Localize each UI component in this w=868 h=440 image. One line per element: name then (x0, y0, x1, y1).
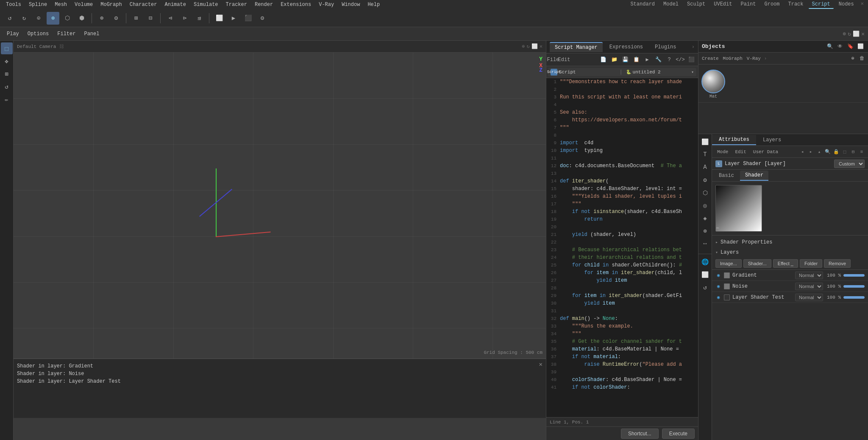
attr-icon-3[interactable]: A (699, 161, 711, 173)
mode-nodes[interactable]: Nodes (835, 0, 857, 9)
sm-tab-script-manager[interactable]: Script Manager (550, 42, 603, 52)
menu-item-tools[interactable]: Tools (3, 1, 25, 8)
open-folder-icon[interactable]: 📁 (609, 55, 619, 65)
menu-item-help[interactable]: Help (364, 1, 383, 8)
anim-icon-2[interactable]: ⊳ (178, 12, 191, 25)
second-menu-options[interactable]: Options (24, 30, 52, 38)
menu-item-animate[interactable]: Animate (161, 1, 189, 8)
code-icon[interactable]: ⬛ (686, 55, 696, 65)
menu-item-tracker[interactable]: Tracker (223, 1, 250, 8)
snap-icon-1[interactable]: ⊞ (130, 12, 142, 25)
attr-icon-12[interactable]: ↺ (699, 281, 711, 293)
menu-item-vray[interactable]: V-Ray (315, 1, 337, 8)
menu-item-simulate[interactable]: Simulate (190, 1, 222, 8)
attr-nav-expand[interactable]: ⊟ (849, 148, 857, 156)
render-icon-4[interactable]: ⚙ (256, 12, 269, 25)
shortcut-button[interactable]: Shortcut... (621, 429, 659, 439)
mode-icon-1[interactable]: ⊙ (32, 12, 45, 25)
layer-opacity-bar-noise[interactable] (843, 285, 865, 288)
menu-item-mesh[interactable]: Mesh (51, 1, 70, 8)
layer-eye-noise[interactable]: ◉ (715, 283, 721, 289)
menu-item-mograph[interactable]: MoGraph (97, 1, 125, 8)
mode-icon-4[interactable]: ⬢ (75, 12, 88, 25)
help-icon[interactable]: ? (664, 55, 674, 65)
attr-nav-forward[interactable]: ▸ (807, 148, 815, 156)
attr-icon-6[interactable]: ◎ (699, 199, 711, 211)
second-menu-filter[interactable]: Filter (54, 30, 79, 38)
mode-sculpt[interactable]: Sculpt (684, 0, 709, 9)
mode-uvedit[interactable]: UVEdit (710, 0, 735, 9)
layer-blend-gradient[interactable]: Normal (795, 272, 823, 279)
layer-opacity-bar-layershadertest[interactable] (843, 296, 865, 299)
attr-icon-1[interactable]: ⬜ (699, 136, 711, 148)
file-menu-icon[interactable]: File (548, 55, 558, 65)
menu-item-spline[interactable]: Spline (25, 1, 50, 8)
menu-item-character[interactable]: Character (126, 1, 161, 8)
attr-icon-2[interactable]: T (699, 149, 711, 160)
xml-icon[interactable]: </> (675, 55, 685, 65)
mode-paint[interactable]: Paint (737, 0, 759, 9)
menu-item-volume[interactable]: Volume (71, 1, 96, 8)
menu-item-render[interactable]: Render (251, 1, 276, 8)
debug-icon[interactable]: 🔧 (653, 55, 663, 65)
layers-section-header[interactable]: ▾ Layers (712, 247, 868, 258)
script-dropdown[interactable]: ▾ (691, 70, 694, 75)
attr-icon-9[interactable]: ↔ (699, 238, 711, 249)
add-object-icon[interactable]: ⊕ (849, 54, 857, 63)
attr-nav-back[interactable]: ◂ (798, 148, 806, 156)
remove-btn[interactable]: Remove (824, 259, 851, 268)
attr-mode-item[interactable]: Mode (715, 149, 731, 155)
mode-icon-2[interactable]: ⊛ (47, 12, 59, 25)
render-icon-1[interactable]: ⬜ (213, 12, 225, 25)
viewport-icon-4[interactable]: ✕ (540, 43, 542, 50)
mode-icon-3[interactable]: ⬡ (61, 12, 74, 25)
create-menu[interactable]: Create (700, 56, 721, 61)
viewport-icon-3[interactable]: ⬜ (531, 43, 538, 50)
menu-item-extensions[interactable]: Extensions (277, 1, 314, 8)
attr-nav-search[interactable]: 🔍 (824, 148, 832, 156)
more-menu[interactable]: › (763, 56, 768, 61)
attr-icon-10[interactable]: 🌐 (699, 256, 711, 268)
run-icon[interactable]: ▶ (642, 55, 652, 65)
render-icon-3[interactable]: ⬛ (242, 12, 254, 25)
bookmark-panel-icon[interactable]: 🔖 (846, 42, 854, 51)
layer-blend-layershadertest[interactable]: Normal (795, 294, 823, 301)
anim-icon-1[interactable]: ⊲ (164, 12, 177, 25)
delete-object-icon[interactable]: 🗑 (858, 54, 866, 63)
mat-item[interactable]: Mat (698, 68, 728, 101)
mode-standard[interactable]: Standard (627, 0, 658, 9)
shader-properties-header[interactable]: ▸ Shader Properties (712, 237, 868, 247)
layer-opacity-bar-gradient[interactable] (843, 274, 865, 277)
folder-btn[interactable]: Folder (800, 259, 822, 268)
image-btn[interactable]: Image... (715, 259, 742, 268)
save-icon[interactable]: 💾 (620, 55, 630, 65)
attr-nav-up[interactable]: ▴ (815, 148, 823, 156)
render-icon-2[interactable]: ▶ (227, 12, 240, 25)
edit-menu-icon[interactable]: Edit (559, 55, 569, 65)
layer-blend-noise[interactable]: Normal (795, 283, 823, 290)
redo-icon[interactable]: ↻ (18, 12, 31, 25)
attr-nav-collapse[interactable]: ⬚ (841, 148, 849, 156)
edit-shader-icon[interactable]: ✏ (716, 224, 719, 231)
attr-tab-attributes[interactable]: Attributes (712, 135, 756, 145)
execute-button[interactable]: Execute (662, 429, 695, 439)
second-menu-play[interactable]: Play (3, 30, 22, 38)
attr-icon-11[interactable]: ⬜ (699, 269, 711, 280)
scale-tool-icon[interactable]: ⊞ (1, 68, 13, 80)
code-editor[interactable]: 1 """Demonstrates how tc reach layer sha… (546, 78, 698, 417)
save-as-icon[interactable]: 📋 (631, 55, 641, 65)
mode-model[interactable]: Model (660, 0, 682, 9)
mode-groom[interactable]: Groom (761, 0, 783, 9)
vray-menu[interactable]: V-Ray (745, 56, 762, 61)
new-file-icon[interactable]: 📄 (598, 55, 608, 65)
menu-item-window[interactable]: Window (338, 1, 363, 8)
attr-preset-dropdown[interactable]: Custom (834, 160, 865, 168)
attr-icon-5[interactable]: ⬡ (699, 187, 711, 199)
sub-tab-basic[interactable]: Basic (714, 171, 739, 180)
pen-tool-icon[interactable]: ✏ (1, 93, 13, 105)
tool-icon-2[interactable]: ⚙ (110, 12, 122, 25)
anim-icon-3[interactable]: ⊴ (193, 12, 206, 25)
viewport-icon-2[interactable]: ↻ (527, 43, 530, 50)
snap-icon-2[interactable]: ⊟ (144, 12, 157, 25)
select-tool-icon[interactable]: ⬚ (1, 42, 13, 54)
